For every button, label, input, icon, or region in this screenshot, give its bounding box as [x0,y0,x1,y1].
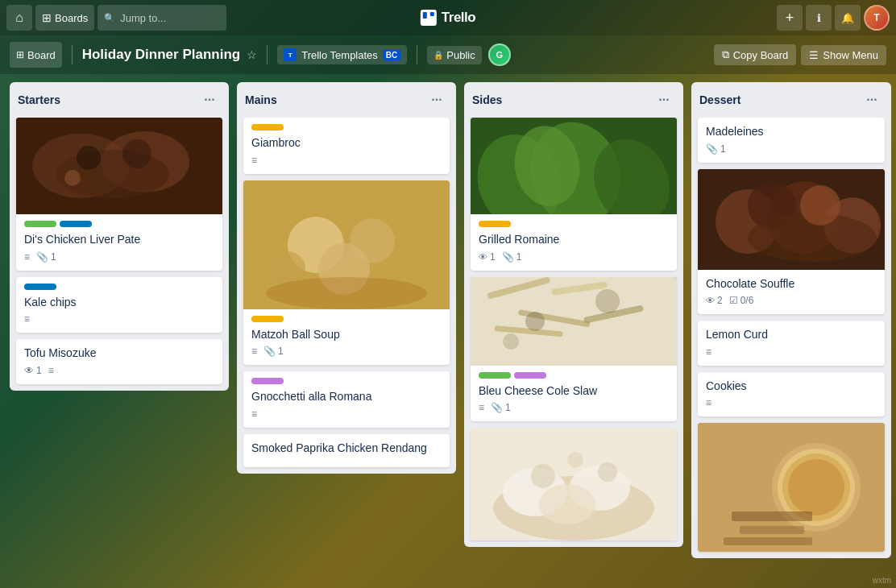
attach-num: 1 [51,251,56,263]
column-menu-starters[interactable]: ··· [198,89,221,111]
card-title-kale: Kale chips [24,295,214,311]
desc-icon-kale: ≡ [24,313,30,325]
svg-point-4 [77,146,101,170]
card-attach-count: 📎 1 [36,251,56,263]
create-button[interactable]: + [777,5,803,31]
card-gnocchetti[interactable]: Gnocchetti alla Romana ≡ [243,371,450,428]
check-icon-souffle: ☑ [729,295,738,306]
card-body-matzoh: Matzoh Ball Soup ≡ 📎 1 [243,309,450,366]
desc-icon-tofu: ≡ [48,365,54,376]
member-avatar[interactable]: G [488,43,511,66]
card-footer-giambroc: ≡ [251,155,442,166]
card-lemon-curd[interactable]: Lemon Curd ≡ [698,321,885,366]
card-title-gnocchetti: Gnocchetti alla Romana [251,389,442,405]
svg-point-33 [539,484,595,524]
card-chicken-liver[interactable]: Di's Chicken Liver Pate ≡ 📎 1 [16,118,222,271]
card-body-rendang: Smoked Paprika Chicken Rendang [243,434,450,468]
card-title-lemon: Lemon Curd [706,327,877,343]
card-tofu[interactable]: Tofu Misozuke 👁 1 ≡ [16,339,222,384]
card-coleslaw-svg [471,277,677,366]
card-gingersnaps[interactable] [698,423,885,552]
label-green-coleslaw [479,372,511,379]
label-blue [60,221,92,227]
card-labels-giambroc [251,124,442,130]
boards-button[interactable]: ⊞ Boards [35,5,94,31]
card-labels-coleslaw [479,372,669,379]
label-purple-gnocchetti [251,378,284,384]
card-image-gingersnaps [698,423,885,552]
svg-point-13 [266,277,427,309]
card-image-bruschetta [16,118,222,214]
svg-point-34 [531,464,555,488]
template-badge[interactable]: T Trello Templates BC [277,45,407,64]
card-rendang[interactable]: Smoked Paprika Chicken Rendang [243,434,450,468]
notification-button[interactable]: 🔔 [835,5,861,31]
star-button[interactable]: ☆ [247,48,257,61]
attach-num-coleslaw: 1 [505,402,511,413]
desc-coleslaw: ≡ [479,402,484,413]
label-purple-coleslaw [514,372,546,379]
column-menu-mains[interactable]: ··· [425,89,448,111]
card-labels-romaine [479,221,669,227]
count-romaine: 1 [490,251,496,263]
card-madeleines[interactable]: Madeleines 📎 1 [698,118,885,163]
column-cards-dessert: Madeleines 📎 1 [691,118,891,558]
card-footer-kale: ≡ [24,313,214,325]
card-giambroc[interactable]: Giambroc ≡ [243,118,450,174]
show-menu-button[interactable]: ☰ Show Menu [801,45,886,65]
attach-romaine: 📎 1 [502,251,522,263]
card-body-giambroc: Giambroc ≡ [243,118,450,174]
card-image-souffle [698,169,885,270]
column-cards-mains: Giambroc ≡ [237,118,456,474]
card-body-gnocchetti: Gnocchetti alla Romana ≡ [243,371,450,428]
visibility-button[interactable]: 🔒 Public [427,46,481,64]
info-button[interactable]: ℹ [806,5,832,31]
home-icon: ⌂ [15,10,23,25]
desc-gnocchetti: ≡ [251,408,257,420]
desc-matzoh: ≡ [251,346,257,357]
card-labels-matzoh [251,316,442,322]
board-area: Starters ··· [0,74,896,588]
visibility-label: Public [446,49,475,61]
jump-to-button[interactable]: 🔍 Jump to... [97,5,226,31]
card-body-cookies: Cookies ≡ [698,372,885,417]
svg-rect-51 [724,537,812,545]
card-desc-kale: ≡ [24,313,30,325]
boardbar-right: ⧉ Copy Board ☰ Show Menu [714,44,886,65]
column-menu-dessert[interactable]: ··· [861,89,883,111]
column-title-mains: Mains [245,93,277,106]
boardbar: ⊞ Board Holiday Dinner Planning ☆ T Trel… [0,35,896,74]
card-sides-3[interactable] [471,428,677,540]
column-cards-starters: Di's Chicken Liver Pate ≡ 📎 1 [10,118,229,391]
card-image-whipped [471,428,677,540]
card-souffle[interactable]: Chocolate Souffle 👁 2 ☑ 0/6 [698,169,885,315]
column-starters: Starters ··· [10,82,229,391]
attach-matzoh: 📎 1 [263,346,284,357]
card-footer-cookies: ≡ [706,397,877,408]
board-view-button[interactable]: ⊞ Board [10,42,62,68]
card-title-matzoh: Matzoh Ball Soup [251,327,442,343]
copy-board-button[interactable]: ⧉ Copy Board [714,44,797,65]
card-title-cookies: Cookies [706,379,877,395]
card-title-madeleines: Madeleines [706,124,877,140]
column-menu-sides[interactable]: ··· [653,89,675,111]
count-souffle: 👁 2 [706,295,723,306]
card-matzoh[interactable]: Matzoh Ball Soup ≡ 📎 1 [243,180,450,366]
card-romaine[interactable]: Grilled Romaine 👁 1 📎 1 [471,118,677,271]
svg-rect-19 [471,118,677,214]
home-button[interactable]: ⌂ [6,5,32,31]
svg-rect-50 [740,526,804,534]
svg-point-26 [525,312,545,331]
card-coleslaw[interactable]: Bleu Cheese Cole Slaw ≡ 📎 1 [471,277,677,422]
card-footer-lemon: ≡ [706,346,877,358]
card-image-svg [16,118,222,214]
card-image-coleslaw [471,277,677,366]
svg-point-28 [503,333,519,350]
user-avatar[interactable]: T [864,5,890,31]
label-blue-kale [24,284,56,290]
card-kale-chips[interactable]: Kale chips ≡ [16,277,222,333]
card-image-romaine [471,118,677,214]
jump-label: Jump to... [120,12,166,24]
card-cookies[interactable]: Cookies ≡ [698,372,885,417]
board-title[interactable]: Holiday Dinner Planning [82,47,240,63]
